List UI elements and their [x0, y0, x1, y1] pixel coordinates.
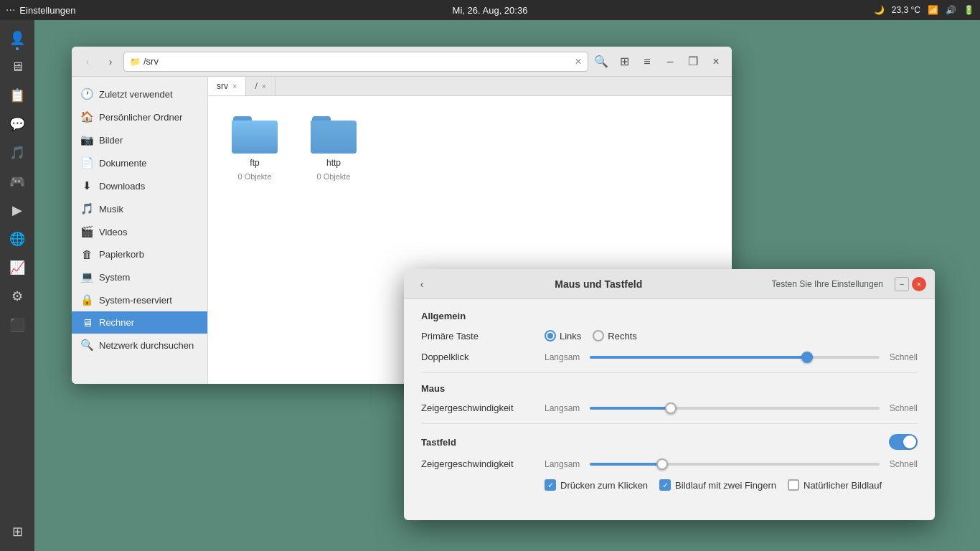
two-finger-scroll-check: ✓ [662, 481, 669, 490]
doubleclick-row: Doppelklick Langsam Schnell [421, 352, 918, 362]
back-button[interactable]: ‹ [77, 52, 98, 72]
tab-close-srv[interactable]: × [232, 82, 237, 90]
tap-to-click-box: ✓ [545, 479, 556, 491]
sidebar-item-computer[interactable]: 🖥 Rechner [72, 311, 207, 334]
sidebar-item-label: System [99, 272, 130, 283]
tab-root[interactable]: / × [246, 77, 275, 95]
two-finger-scroll-box: ✓ [659, 479, 671, 491]
checkbox-two-finger-scroll[interactable]: ✓ Bildlauf mit zwei Fingern [659, 479, 776, 491]
touchpad-toggle[interactable] [889, 434, 918, 450]
sidebar-item-home[interactable]: 🏠 Persönlicher Ordner [72, 105, 207, 128]
test-settings-button[interactable]: Testen Sie Ihre Einstellungen [766, 276, 889, 292]
tab-close-root[interactable]: × [262, 82, 266, 90]
primary-key-radio-group: Links Rechts [545, 330, 637, 342]
touchpad-toggle-knob [903, 435, 916, 448]
settings-window-controls: – × [895, 277, 926, 291]
wifi-icon[interactable]: 📶 [928, 5, 938, 15]
file-item-http[interactable]: http 0 Objekte [301, 110, 366, 187]
touchpad-speed-row: Zeigergeschwindigkeit Langsam Schnell [421, 458, 918, 469]
mouse-speed-slider: Langsam Schnell [545, 403, 918, 413]
temperature-display: 23,3 °C [892, 5, 920, 15]
mouse-section-title: Maus [421, 383, 918, 394]
terminal-icon: ⬛ [9, 317, 25, 333]
path-bar[interactable]: 📁 /srv ✕ [123, 52, 588, 72]
mouse-speed-track[interactable] [590, 407, 880, 410]
doubleclick-slider-track[interactable] [590, 356, 880, 359]
settings-content: Allgemein Primäre Taste Links Rechts [404, 299, 935, 520]
sidebar-item-label: Musik [99, 204, 123, 215]
sidebar-item-pictures[interactable]: 📷 Bilder [72, 128, 207, 151]
dock-item-globe[interactable]: 🌐 [4, 225, 31, 253]
dock-item-settings[interactable]: ⚙ [4, 283, 31, 310]
file-item-ftp[interactable]: ftp 0 Objekte [222, 110, 287, 187]
settings-back-button[interactable]: ‹ [413, 275, 431, 293]
sidebar-item-label: Persönlicher Ordner [99, 112, 182, 123]
radio-left-dot [547, 333, 553, 339]
radio-left-circle [545, 330, 556, 342]
touchpad-section-header: Tastfeld [421, 434, 918, 450]
dock-item-play[interactable]: ▶ [4, 197, 31, 224]
sidebar-item-trash[interactable]: 🗑 Papierkorb [72, 243, 207, 265]
doubleclick-slider-fill [590, 356, 807, 359]
restore-button[interactable]: ❐ [683, 52, 703, 72]
topbar-right: 🌙 23,3 °C 📶 🔊 🔋 [874, 5, 974, 15]
topbar-menu-button[interactable]: ··· [6, 4, 15, 17]
sidebar-item-label: Papierkorb [99, 249, 144, 260]
sidebar-item-documents[interactable]: 📄 Dokumente [72, 151, 207, 174]
dock-item-chat[interactable]: 💬 [4, 110, 31, 138]
radio-left[interactable]: Links [545, 330, 581, 342]
system-icon: 💻 [80, 270, 93, 283]
sidebar-item-videos[interactable]: 🎬 Videos [72, 220, 207, 243]
tap-to-click-label: Drücken zum Klicken [560, 480, 648, 491]
radio-right[interactable]: Rechts [593, 330, 636, 342]
path-text: /srv [143, 56, 159, 67]
doubleclick-label: Doppelklick [421, 352, 536, 362]
sidebar-item-label: Rechner [99, 317, 134, 328]
natural-scroll-label: Natürlicher Bildlauf [804, 480, 882, 491]
doubleclick-slider-thumb[interactable] [801, 352, 813, 363]
tap-to-click-check: ✓ [547, 481, 554, 490]
dock-item-avatar[interactable]: 👤 [4, 24, 31, 52]
music-icon: 🎵 [9, 145, 25, 161]
checkbox-tap-to-click[interactable]: ✓ Drücken zum Klicken [545, 479, 648, 491]
sidebar-item-network[interactable]: 🔍 Netzwerk durchsuchen [72, 334, 207, 357]
dock-item-grid[interactable]: ⊞ [4, 518, 31, 545]
recent-icon: 🕐 [80, 88, 93, 100]
divider-1 [421, 372, 918, 373]
touchpad-speed-track[interactable] [590, 463, 880, 466]
mouse-speed-thumb[interactable] [665, 402, 677, 414]
avatar-icon: 👤 [9, 30, 25, 46]
battery-icon[interactable]: 🔋 [963, 5, 974, 15]
mouse-speed-fill [590, 407, 671, 410]
sidebar-item-recent[interactable]: 🕐 Zuletzt verwendet [72, 83, 207, 105]
sidebar-item-system[interactable]: 💻 System [72, 265, 207, 288]
sidebar-item-system-reserved[interactable]: 🔒 System-reserviert [72, 288, 207, 311]
dock-item-clipboard[interactable]: 📋 [4, 82, 31, 109]
forward-button[interactable]: › [100, 52, 121, 72]
sidebar-item-music[interactable]: 🎵 Musik [72, 197, 207, 220]
touchpad-speed-label: Zeigergeschwindigkeit [421, 458, 536, 469]
path-clear-button[interactable]: ✕ [575, 57, 582, 67]
dock-item-activity[interactable]: 📈 [4, 254, 31, 281]
dock: 👤 🖥 📋 💬 🎵 🎮 ▶ 🌐 📈 ⚙ ⬛ ⊞ [0, 20, 34, 551]
volume-icon[interactable]: 🔊 [946, 5, 956, 15]
dock-item-terminal[interactable]: ⬛ [4, 311, 31, 339]
dock-item-music[interactable]: 🎵 [4, 139, 31, 166]
settings-close-button[interactable]: × [912, 277, 926, 291]
search-button[interactable]: 🔍 [591, 52, 611, 72]
settings-minimize-button[interactable]: – [895, 277, 909, 291]
sidebar-item-label: Downloads [99, 181, 145, 192]
sidebar-item-downloads[interactable]: ⬇ Downloads [72, 174, 207, 197]
minimize-button[interactable]: – [660, 52, 680, 72]
network-icon: 🔍 [80, 339, 93, 352]
trash-icon: 🗑 [80, 248, 93, 260]
checkbox-natural-scroll[interactable]: Natürlicher Bildlauf [788, 479, 882, 491]
touchpad-speed-thumb[interactable] [656, 458, 668, 470]
close-button[interactable]: × [706, 52, 726, 72]
touchpad-section-title: Tastfeld [421, 437, 456, 448]
dock-item-display[interactable]: 🖥 [4, 53, 31, 80]
list-view-button[interactable]: ≡ [637, 52, 657, 72]
grid-view-button[interactable]: ⊞ [614, 52, 634, 72]
dock-item-gamepad[interactable]: 🎮 [4, 168, 31, 195]
tab-srv[interactable]: srv × [208, 77, 246, 95]
